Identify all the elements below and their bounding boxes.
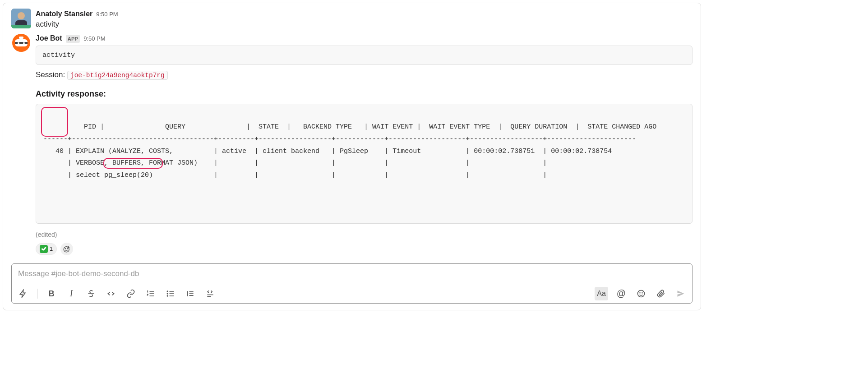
composer-toolbar: B I — [12, 284, 692, 303]
message-text: activity — [36, 19, 693, 30]
mention-button[interactable]: @ — [614, 287, 628, 300]
strike-button[interactable] — [84, 287, 98, 300]
activity-table: PID | QUERY | STATE | BACKEND TYPE | WAI… — [36, 104, 693, 224]
composer: B I — [11, 263, 693, 304]
slack-thread: Anatoly Stansler 9:50 PM activity Joe Bo… — [3, 3, 701, 310]
code-block-command: activity — [36, 46, 693, 65]
emoji-button[interactable] — [634, 287, 648, 300]
message-user: Anatoly Stansler 9:50 PM activity — [11, 9, 693, 30]
svg-rect-3 — [11, 25, 31, 28]
message-bot: Joe Bot APP 9:50 PM activity Session: jo… — [11, 33, 693, 255]
reactions: 1 — [36, 243, 693, 255]
table-content: PID | QUERY | STATE | BACKEND TYPE | WAI… — [43, 123, 669, 179]
svg-point-1 — [18, 12, 25, 19]
avatar-bot[interactable] — [11, 33, 31, 53]
svg-point-12 — [67, 249, 68, 249]
svg-point-18 — [642, 293, 642, 293]
attach-button[interactable] — [654, 287, 668, 300]
svg-point-8 — [23, 42, 25, 44]
svg-point-15 — [167, 295, 168, 296]
send-button[interactable] — [674, 287, 688, 300]
session-label: Session: — [36, 70, 67, 79]
svg-point-14 — [167, 293, 168, 294]
session-line: Session: joe-btig24a9eng4aoktp7rg — [36, 69, 693, 81]
app-badge: APP — [66, 35, 80, 43]
message-input[interactable] — [12, 264, 692, 284]
avatar-user[interactable] — [11, 9, 31, 28]
svg-point-7 — [18, 42, 19, 44]
sender-name[interactable]: Joe Bot — [36, 33, 62, 43]
timestamp: 9:50 PM — [83, 35, 105, 43]
reaction-count: 1 — [50, 244, 53, 254]
svg-rect-6 — [15, 42, 28, 44]
toolbar-separator — [37, 289, 37, 299]
edited-label: (edited) — [36, 230, 693, 239]
blockquote-button[interactable] — [184, 287, 197, 300]
add-reaction-button[interactable] — [60, 243, 73, 255]
format-toggle-button[interactable]: Aa — [595, 287, 608, 300]
reaction-check[interactable]: 1 — [36, 243, 57, 255]
highlight-pid — [41, 107, 68, 137]
timestamp: 9:50 PM — [96, 10, 118, 19]
italic-button[interactable]: I — [65, 287, 78, 300]
link-button[interactable] — [124, 287, 138, 300]
code-block-button[interactable] — [203, 287, 217, 300]
svg-point-13 — [167, 291, 168, 292]
bullet-list-button[interactable] — [164, 287, 177, 300]
check-icon — [40, 245, 48, 253]
code-button[interactable] — [104, 287, 118, 300]
svg-point-16 — [638, 290, 645, 297]
ordered-list-button[interactable] — [144, 287, 157, 300]
shortcuts-button[interactable] — [16, 287, 30, 300]
sender-name[interactable]: Anatoly Stansler — [36, 9, 92, 19]
session-id[interactable]: joe-btig24a9eng4aoktp7rg — [67, 71, 168, 80]
svg-point-17 — [640, 293, 640, 293]
svg-rect-9 — [19, 37, 23, 39]
svg-point-11 — [65, 249, 66, 249]
bold-button[interactable]: B — [45, 287, 58, 300]
response-title: Activity response: — [36, 88, 693, 100]
